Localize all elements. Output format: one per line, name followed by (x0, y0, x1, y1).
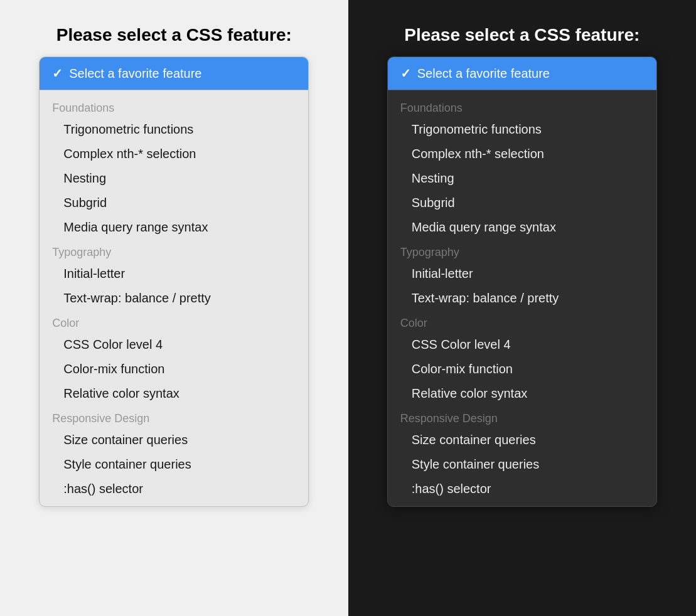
light-option-item[interactable]: Subgrid (40, 191, 308, 215)
dark-selected-text: Select a favorite feature (417, 66, 550, 81)
dark-option-item[interactable]: CSS Color level 4 (388, 332, 656, 357)
light-option-item[interactable]: Complex nth-* selection (40, 142, 308, 166)
dark-checkmark: ✓ (400, 66, 411, 81)
light-group-label: Foundations (40, 95, 308, 117)
light-option-item[interactable]: Size container queries (40, 428, 308, 452)
dark-option-item[interactable]: Relative color syntax (388, 381, 656, 406)
light-option-item[interactable]: Color-mix function (40, 357, 308, 381)
dark-panel-title: Please select a CSS feature: (404, 25, 640, 45)
light-option-item[interactable]: Initial-letter (40, 262, 308, 286)
light-selected-option[interactable]: ✓ Select a favorite feature (40, 57, 308, 90)
dark-group-label: Typography (388, 240, 656, 262)
dark-options-list: FoundationsTrigonometric functionsComple… (388, 90, 656, 506)
light-selected-text: Select a favorite feature (69, 66, 201, 81)
dark-option-item[interactable]: Subgrid (388, 191, 656, 215)
light-group-label: Typography (40, 240, 308, 262)
light-option-item[interactable]: Relative color syntax (40, 381, 308, 406)
light-group-label: Color (40, 311, 308, 332)
dark-option-item[interactable]: Color-mix function (388, 357, 656, 381)
light-panel-title: Please select a CSS feature: (56, 25, 292, 45)
dark-option-item[interactable]: Size container queries (388, 428, 656, 452)
light-group-label: Responsive Design (40, 406, 308, 428)
dark-option-item[interactable]: Media query range syntax (388, 215, 656, 240)
dark-option-item[interactable]: :has() selector (388, 477, 656, 501)
dark-option-item[interactable]: Complex nth-* selection (388, 142, 656, 166)
dark-option-item[interactable]: Style container queries (388, 452, 656, 477)
light-checkmark: ✓ (52, 66, 63, 81)
light-option-item[interactable]: Media query range syntax (40, 215, 308, 240)
light-option-item[interactable]: Trigonometric functions (40, 117, 308, 142)
light-option-item[interactable]: :has() selector (40, 477, 308, 501)
dark-group-label: Responsive Design (388, 406, 656, 428)
light-select-box[interactable]: ✓ Select a favorite feature FoundationsT… (39, 56, 309, 507)
dark-option-item[interactable]: Text-wrap: balance / pretty (388, 286, 656, 311)
dark-option-item[interactable]: Nesting (388, 166, 656, 191)
dark-option-item[interactable]: Initial-letter (388, 262, 656, 286)
light-options-list: FoundationsTrigonometric functionsComple… (40, 90, 308, 506)
dark-group-label: Color (388, 311, 656, 332)
dark-group-label: Foundations (388, 95, 656, 117)
dark-selected-option[interactable]: ✓ Select a favorite feature (388, 57, 656, 90)
light-option-item[interactable]: CSS Color level 4 (40, 332, 308, 357)
dark-option-item[interactable]: Trigonometric functions (388, 117, 656, 142)
dark-panel: Please select a CSS feature: ✓ Select a … (348, 0, 697, 616)
light-panel: Please select a CSS feature: ✓ Select a … (0, 0, 348, 616)
light-option-item[interactable]: Text-wrap: balance / pretty (40, 286, 308, 311)
dark-select-box[interactable]: ✓ Select a favorite feature FoundationsT… (387, 56, 657, 507)
light-option-item[interactable]: Style container queries (40, 452, 308, 477)
light-option-item[interactable]: Nesting (40, 166, 308, 191)
